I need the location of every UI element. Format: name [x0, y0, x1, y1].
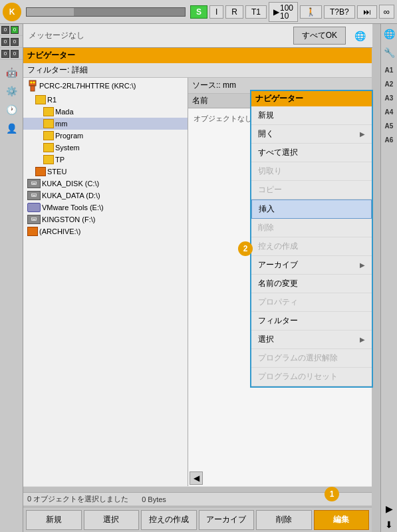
ctx-cut: 切取り: [251, 162, 372, 181]
robot-side-icon[interactable]: 🤖: [4, 65, 19, 80]
message-bar: メッセージなし すべてOK 🌐: [23, 24, 372, 48]
tree-item-vmware[interactable]: VMware Tools (E:\): [23, 201, 188, 213]
btn-infinity[interactable]: ∞: [379, 5, 394, 19]
btn-select[interactable]: 選択: [84, 510, 140, 530]
scroll-left-btn[interactable]: ◀: [190, 471, 203, 485]
kuka-data-label: KUKA_DATA (D:\): [42, 192, 100, 200]
btn-s[interactable]: S: [190, 5, 207, 19]
r1-label: R1: [47, 96, 57, 104]
ctx-delete: 削除: [251, 219, 372, 237]
btn-play-speed[interactable]: ▶ 100 10: [269, 2, 298, 22]
ind-box-6: 0: [11, 50, 19, 58]
tree-item-kuka-disk[interactable]: 🖴 KUKA_DISK (C:\): [23, 178, 188, 190]
person-icon[interactable]: 👤: [4, 121, 19, 136]
toolbar: K S I R T1 ▶ 100 10 🚶 T?B? ⏭ ∞: [0, 0, 397, 24]
ind-box-5: 0: [1, 50, 9, 58]
label-a1: A1: [385, 66, 394, 74]
btn-copy-create[interactable]: 控えの作成: [141, 510, 197, 530]
ind-row-1: 0 0: [0, 24, 23, 36]
folder-tp-icon: [43, 155, 54, 164]
ctx-filter[interactable]: フィルター: [251, 312, 372, 331]
logo-text: K: [9, 7, 15, 17]
bottom-toolbar: 新規 選択 控えの作成 アーカイブ 削除 編集: [23, 507, 372, 532]
btn-new[interactable]: 新規: [26, 510, 82, 530]
ctx-rename[interactable]: 名前の変更: [251, 275, 372, 293]
btn-skip[interactable]: ⏭: [357, 5, 377, 19]
tree-item-archive[interactable]: (ARCHIVE:\): [23, 225, 188, 237]
ctx-new[interactable]: 新規: [251, 106, 372, 125]
clock-icon[interactable]: 🕐: [4, 102, 19, 117]
badge-2: 2: [238, 241, 253, 256]
btn-all-ok[interactable]: すべてOK: [293, 27, 346, 45]
program-label: Program: [55, 132, 83, 140]
ctx-open[interactable]: 開く ▶: [251, 125, 372, 144]
tree-item-mada[interactable]: Mada: [23, 106, 188, 118]
ctx-properties: プロパティ: [251, 293, 372, 312]
globe-icon[interactable]: 🌐: [352, 29, 367, 43]
label-a4: A4: [385, 108, 394, 116]
cdrom-icon: [27, 203, 41, 212]
folder-r1-icon: [35, 95, 46, 104]
ind-box-2: 0: [11, 26, 19, 34]
right-tool-icon[interactable]: 🔧: [382, 45, 396, 60]
tree-item-mm[interactable]: mm: [23, 118, 188, 130]
btn-tb[interactable]: T?B?: [324, 5, 355, 19]
tree-panel: PCRC-2RL7HHTTRE (KRC:\) R1 Mada mm: [23, 78, 188, 486]
context-menu: ナビゲーター 新規 開く ▶ すべて選択 切取り コピー 挿入 削除 控えの作成…: [250, 90, 373, 388]
ctx-insert[interactable]: 挿入: [251, 200, 372, 219]
btn-walk[interactable]: 🚶: [300, 5, 322, 19]
message-text: メッセージなし: [29, 30, 288, 41]
btn-delete[interactable]: 削除: [256, 510, 312, 530]
robot-label: PCRC-2RL7HHTTRE (KRC:\): [39, 82, 136, 90]
svg-rect-0: [29, 80, 36, 86]
config-icon[interactable]: ⚙️: [4, 84, 19, 98]
vmware-label: VMware Tools (E:\): [42, 203, 104, 211]
speed-display: 100 10: [280, 4, 293, 20]
btn-r[interactable]: R: [225, 5, 243, 19]
btn-t1[interactable]: T1: [245, 5, 267, 19]
tree-item-kingston[interactable]: 🖴 KINGSTON (F:\): [23, 213, 188, 225]
label-a5: A5: [385, 122, 394, 130]
ctx-archive[interactable]: アーカイブ ▶: [251, 256, 372, 275]
right-nav-icon[interactable]: 🌐: [382, 27, 396, 41]
mada-label: Mada: [55, 108, 74, 116]
ind-box-3: 0: [1, 38, 9, 46]
tp-label: TP: [55, 156, 65, 164]
tree-item-r1[interactable]: R1: [23, 94, 188, 106]
status-objects: 0 オブジェクトを選択しました: [27, 494, 128, 504]
svg-rect-1: [31, 86, 35, 91]
context-menu-header: ナビゲーター: [251, 91, 372, 106]
system-label: System: [55, 144, 80, 152]
ctx-open-arrow: ▶: [360, 130, 365, 138]
indicators: 0 0 0 0 0 0: [0, 24, 23, 60]
archive-label: (ARCHIVE:\): [39, 227, 80, 235]
ctx-archive-arrow: ▶: [360, 261, 365, 269]
tree-item-system[interactable]: System: [23, 142, 188, 154]
svg-point-3: [33, 82, 35, 84]
kingston-label: KINGSTON (F:\): [42, 215, 95, 223]
ind-box-4: 0: [11, 38, 19, 46]
ctx-backup: 控えの作成: [251, 237, 372, 256]
tree-item-robot[interactable]: PCRC-2RL7HHTTRE (KRC:\): [23, 78, 188, 94]
ctx-reset-program: プログラムのリセット: [251, 368, 372, 386]
tree-item-kuka-data[interactable]: 🖴 KUKA_DATA (D:\): [23, 190, 188, 201]
ind-box-1: 0: [1, 26, 9, 34]
left-icons: 🤖 ⚙️ 🕐 👤: [0, 65, 23, 136]
right-down-icon[interactable]: ⬇: [382, 517, 396, 532]
steu-label: STEU: [47, 168, 66, 176]
kuka-logo: K: [3, 3, 21, 21]
mm-label: mm: [55, 120, 67, 128]
btn-archive[interactable]: アーカイブ: [199, 510, 255, 530]
btn-edit[interactable]: 編集: [314, 510, 370, 530]
tree-item-tp[interactable]: TP: [23, 154, 188, 166]
right-arrow-icon[interactable]: ▶: [382, 501, 396, 516]
btn-i[interactable]: I: [209, 5, 223, 19]
ind-row-2: 0 0: [0, 36, 23, 48]
tree-item-steu[interactable]: STEU: [23, 166, 188, 178]
drive-d-icon: 🖴: [27, 191, 41, 200]
status-bar: 0 オブジェクトを選択しました 0 Bytes: [23, 492, 372, 505]
robot-icon: [27, 79, 38, 92]
ctx-select-all[interactable]: すべて選択: [251, 144, 372, 162]
ctx-selection[interactable]: 選択 ▶: [251, 331, 372, 349]
tree-item-program[interactable]: Program: [23, 130, 188, 142]
